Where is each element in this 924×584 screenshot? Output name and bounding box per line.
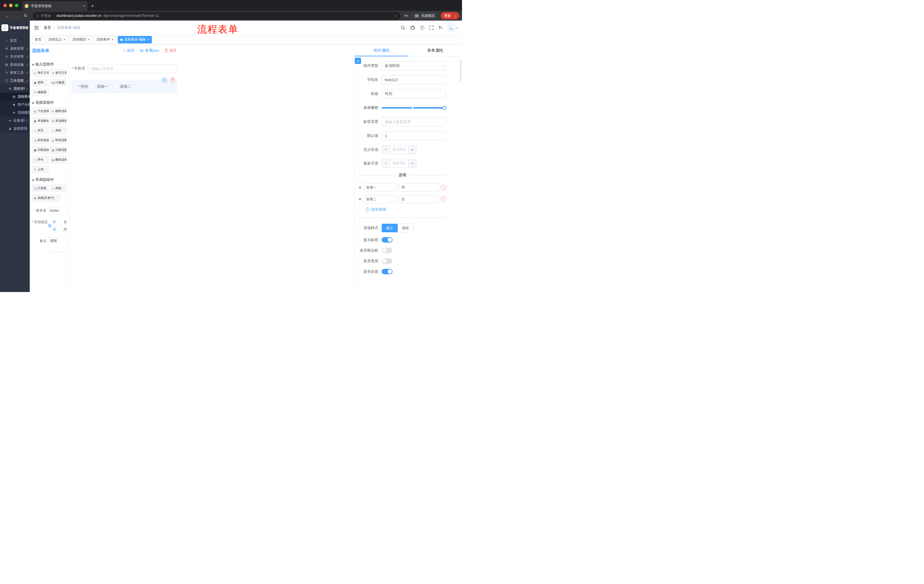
fullscreen-icon[interactable] xyxy=(429,25,434,30)
palette-item-time-picker[interactable]: ◷时间选择 xyxy=(32,137,49,144)
browser-update-button[interactable]: 更新 ⋮ xyxy=(441,12,459,20)
sidebar-item-payment-management[interactable]: ¥ 支付管理 ▾ xyxy=(0,53,30,61)
increase-icon[interactable]: + xyxy=(408,159,416,168)
sidebar-item-home[interactable]: ⌂ 首页 xyxy=(0,36,30,44)
style-default-button[interactable]: 默认 xyxy=(382,224,398,232)
search-icon[interactable] xyxy=(401,25,405,30)
sidebar-item-task-management[interactable]: ≔ 任务管理 ▾ xyxy=(0,117,30,125)
status-on-radio[interactable]: 开启 xyxy=(48,218,56,233)
sidebar-item-process-model[interactable]: ➤ 流程模型 xyxy=(0,109,30,117)
palette-item-multi-text[interactable]: ≡多行文本 xyxy=(50,69,67,77)
back-icon[interactable]: ← xyxy=(3,13,11,18)
palette-item-switch[interactable]: ◐开关 xyxy=(32,127,49,134)
sidebar-item-dev-tools[interactable]: ✎ 研发工具 ▾ xyxy=(0,69,30,77)
drag-handle-icon[interactable]: ≡ xyxy=(359,197,361,201)
palette-item-editor[interactable]: ✎编辑器 xyxy=(32,89,49,96)
sidebar-item-infrastructure[interactable]: ▤ 基础设施 ▾ xyxy=(0,61,30,69)
palette-item-dropdown[interactable]: ◎下拉选择 xyxy=(32,107,49,115)
save-button[interactable]: ✓ 保存 xyxy=(123,48,134,53)
sidebar-item-process-management[interactable]: ≣ 流程管理 ▴ xyxy=(0,85,30,92)
drag-handle-icon[interactable]: ≡ xyxy=(359,185,361,190)
canvas-field-phone[interactable]: 手机号 xyxy=(71,64,177,73)
remove-option-icon[interactable]: − xyxy=(441,185,446,190)
scrollbar-thumb[interactable] xyxy=(460,60,461,82)
reload-icon[interactable]: ↻ xyxy=(22,13,30,18)
label-width-input[interactable] xyxy=(382,117,446,126)
palette-item-row-container[interactable]: ◫行容器 xyxy=(32,184,49,192)
option-value-input[interactable] xyxy=(399,183,439,191)
delete-field-button[interactable] xyxy=(169,77,175,83)
increase-icon[interactable]: + xyxy=(408,145,416,154)
forward-icon[interactable]: → xyxy=(12,13,21,18)
phone-input[interactable] xyxy=(88,64,177,73)
palette-item-date-picker[interactable]: ▦日期选择 xyxy=(32,146,49,154)
min-select-stepper[interactable]: − 至少应选 + xyxy=(382,145,417,154)
palette-item-single-text[interactable]: ▭单行文本 xyxy=(32,69,49,77)
close-icon[interactable]: × xyxy=(87,38,89,42)
component-type-select[interactable]: 多选框组 ▾ xyxy=(382,61,446,70)
password-key-icon[interactable] xyxy=(404,13,409,18)
disabled-switch[interactable] xyxy=(382,258,393,264)
tag-process-form-edit[interactable]: 流程表单-编辑 × xyxy=(118,36,152,43)
tag-process-model[interactable]: 流程模型 × xyxy=(70,36,92,43)
add-option-button[interactable]: + 添加选项 xyxy=(366,207,446,212)
close-icon[interactable]: × xyxy=(112,38,114,42)
breadcrumb-home[interactable]: 首页 xyxy=(44,25,51,30)
option-label-input[interactable] xyxy=(363,195,396,203)
palette-item-color-picker[interactable]: ◍颜色选择 xyxy=(50,156,67,163)
tag-home[interactable]: 首页 xyxy=(32,36,44,43)
close-icon[interactable]: × xyxy=(63,38,66,42)
help-icon[interactable]: ? xyxy=(420,26,424,30)
title-input[interactable] xyxy=(382,89,446,98)
slider-handle[interactable] xyxy=(442,106,447,110)
canvas-field-gender[interactable]: 性别 选项一 选项二 xyxy=(71,80,177,93)
link-icon[interactable]: ∞ xyxy=(355,58,361,64)
copy-field-button[interactable] xyxy=(161,77,168,83)
bookmark-star-icon[interactable]: ☆ xyxy=(394,14,397,18)
option-value-input[interactable] xyxy=(399,195,439,203)
palette-item-upload[interactable]: ↥上传 xyxy=(32,166,49,173)
gender-option2-checkbox[interactable]: 选项二 xyxy=(114,84,131,89)
show-label-switch[interactable] xyxy=(382,237,393,243)
option-label-input[interactable] xyxy=(363,183,396,191)
form-canvas[interactable]: 手机号 性别 选项一 选项二 xyxy=(69,57,181,292)
close-window-button[interactable] xyxy=(3,4,7,7)
url-bar[interactable]: ⚠ 不安全 | dashboard.yudao.iocoder.cn /bpm/… xyxy=(33,12,401,20)
palette-item-time-range[interactable]: ◶时间范围 xyxy=(50,137,67,144)
palette-item-rate[interactable]: ☆评分 xyxy=(32,156,49,163)
sidebar-item-process-form[interactable]: ▤ 流程表单 xyxy=(0,92,30,100)
field-name-input[interactable] xyxy=(382,75,446,84)
sidebar-item-leave-query[interactable]: ♟ 请假查询 xyxy=(0,125,30,133)
minimize-window-button[interactable] xyxy=(9,4,13,7)
status-off-radio[interactable]: 关闭 xyxy=(59,218,67,233)
tag-process-definition[interactable]: 流程定义 × xyxy=(46,36,68,43)
hamburger-icon[interactable] xyxy=(33,25,40,31)
palette-item-password[interactable]: ▣密码 xyxy=(32,79,49,86)
border-switch[interactable] xyxy=(382,248,393,253)
github-icon[interactable] xyxy=(410,25,415,30)
close-icon[interactable]: × xyxy=(147,38,149,42)
palette-item-table[interactable]: ⊞表格[开发中] xyxy=(32,194,61,202)
default-value-input[interactable] xyxy=(382,131,446,140)
font-size-icon[interactable]: TT xyxy=(439,25,442,30)
palette-item-date-range[interactable]: ▤日期范围 xyxy=(50,146,67,154)
tab-close-icon[interactable]: × xyxy=(83,4,85,8)
required-switch[interactable] xyxy=(382,269,393,274)
form-name-input[interactable] xyxy=(48,207,67,214)
view-json-button[interactable]: 查看json xyxy=(140,48,159,53)
max-select-stepper[interactable]: − 最多可选 + xyxy=(382,159,417,168)
tab-form-props[interactable]: 表单属性 xyxy=(409,44,462,56)
decrease-icon[interactable]: − xyxy=(382,145,390,154)
tag-process-form[interactable]: 流程表单 × xyxy=(94,36,116,43)
clear-button[interactable]: 清空 xyxy=(164,48,177,53)
style-button-button[interactable]: 按钮 xyxy=(398,224,413,232)
sidebar-item-workflow[interactable]: ☷ 工作流程 ▴ xyxy=(0,77,30,85)
decrease-icon[interactable]: − xyxy=(382,159,390,168)
tab-component-props[interactable]: 组件属性 xyxy=(355,44,409,56)
palette-item-slider[interactable]: ⊸滑块 xyxy=(50,127,67,134)
maximize-window-button[interactable] xyxy=(15,4,18,7)
grid-span-slider[interactable] xyxy=(382,103,446,112)
palette-item-button[interactable]: ▱按钮 xyxy=(50,184,67,192)
app-logo[interactable]: 芋道管理系统 xyxy=(0,21,30,35)
remove-option-icon[interactable]: − xyxy=(441,197,446,202)
